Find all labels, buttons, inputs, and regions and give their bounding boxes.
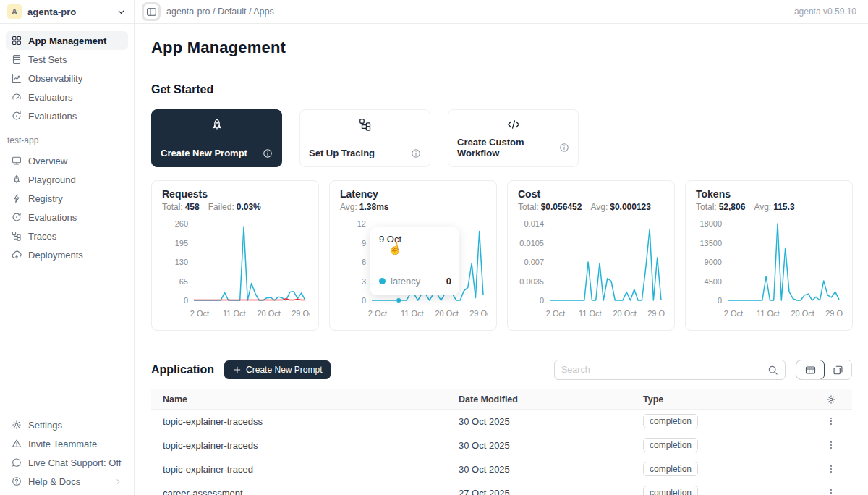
monitor-icon xyxy=(12,156,22,166)
chart-stat: Failed:0.03% xyxy=(208,202,261,212)
row-actions-cell xyxy=(809,416,852,426)
lightning-icon xyxy=(12,193,22,203)
svg-text:0: 0 xyxy=(362,296,366,305)
chart-stat: Total:$0.056452 xyxy=(518,202,582,212)
sidebar-app-item-deployments[interactable]: Deployments xyxy=(6,245,128,264)
type-badge: completion xyxy=(643,414,698,428)
tokens-chart[interactable]: 04500900013500180002 Oct11 Oct20 Oct29 O… xyxy=(696,213,843,323)
svg-text:29 Oct: 29 Oct xyxy=(825,309,843,318)
svg-text:20 Oct: 20 Oct xyxy=(435,309,458,318)
sidebar-collapse-icon xyxy=(146,7,157,17)
svg-text:2 Oct: 2 Oct xyxy=(724,309,743,318)
svg-text:20 Oct: 20 Oct xyxy=(791,309,814,318)
sidebar-item-label: App Management xyxy=(28,35,106,46)
app-name-cell: topic-explainer-traceds xyxy=(151,440,447,451)
chart-title: Tokens xyxy=(696,188,842,200)
svg-text:3: 3 xyxy=(362,277,366,286)
sidebar-app-nav: OverviewPlaygroundRegistryEvaluationsTra… xyxy=(0,151,134,264)
row-menu-button[interactable] xyxy=(826,488,836,495)
chart-stat: Avg:1.38ms xyxy=(340,202,389,212)
date-modified-cell: 30 Oct 2025 xyxy=(447,416,631,427)
info-icon[interactable] xyxy=(559,143,569,153)
sidebar-app-item-playground[interactable]: Playground xyxy=(6,170,128,189)
type-cell: completion xyxy=(631,462,809,476)
table-row[interactable]: topic-explainer-traced30 Oct 2025complet… xyxy=(151,457,852,481)
observability-icon xyxy=(12,73,22,83)
svg-text:260: 260 xyxy=(175,219,188,228)
rocket-icon xyxy=(161,118,273,131)
app-name-cell: career-assessment xyxy=(151,488,447,495)
table-row[interactable]: topic-explainer-tracedss30 Oct 2025compl… xyxy=(151,410,852,433)
tooltip-value: 0 xyxy=(446,276,451,287)
row-menu-button[interactable] xyxy=(826,416,836,426)
svg-text:195: 195 xyxy=(175,239,188,248)
create-custom-workflow-card[interactable]: Create Custom Workflow xyxy=(448,109,579,167)
svg-text:12: 12 xyxy=(357,219,366,228)
cost-chart[interactable]: 00.00350.0070.01050.0142 Oct11 Oct20 Oct… xyxy=(518,213,665,323)
sidebar: A agenta-pro App ManagementTest SetsObse… xyxy=(0,0,135,495)
chart-stats: Total:52,806Avg:115.3 xyxy=(696,202,842,212)
get-started-title: Get Started xyxy=(151,83,852,96)
sidebar-footer-item-live-chat-support-off[interactable]: Live Chat Support: Off xyxy=(6,453,128,472)
table-row[interactable]: career-assessment27 Oct 2025completion xyxy=(151,481,852,495)
metric-chart-cards: RequestsTotal:458Failed:0.03%06513019526… xyxy=(151,180,852,331)
create-new-prompt-button[interactable]: Create New Prompt xyxy=(224,360,331,379)
sidebar-footer-item-invite-teammate[interactable]: Invite Teammate xyxy=(6,434,128,453)
sidebar-item-label: Test Sets xyxy=(28,54,67,65)
sidebar-item-app-management[interactable]: App Management xyxy=(6,31,128,50)
sidebar-app-item-overview[interactable]: Overview xyxy=(6,151,128,170)
info-icon[interactable] xyxy=(263,148,273,158)
row-menu-button[interactable] xyxy=(826,440,836,450)
table-row[interactable]: topic-explainer-traceds30 Oct 2025comple… xyxy=(151,433,852,457)
svg-text:6: 6 xyxy=(362,258,366,266)
gauge-icon xyxy=(12,92,22,102)
sidebar-item-label: Invite Teammate xyxy=(28,439,97,449)
sidebar-item-observability[interactable]: Observability xyxy=(6,69,128,88)
row-actions-cell xyxy=(809,488,852,495)
card-label: Create New Prompt xyxy=(161,148,247,158)
gear-icon xyxy=(12,420,22,430)
sidebar-item-evaluations[interactable]: Evaluations xyxy=(6,106,128,125)
card-view-button[interactable] xyxy=(824,360,851,379)
table-settings-cell xyxy=(809,394,852,405)
applications-table: NameDate ModifiedType topic-explainer-tr… xyxy=(151,389,852,495)
table-view-button[interactable] xyxy=(796,360,825,380)
create-new-prompt-label: Create New Prompt xyxy=(246,365,322,375)
search-input[interactable] xyxy=(561,365,763,375)
set-up-tracing-card[interactable]: Set Up Tracing xyxy=(299,109,430,167)
topbar: agenta-pro / Default / Apps agenta v0.59… xyxy=(135,0,868,24)
svg-text:11 Oct: 11 Oct xyxy=(401,309,424,318)
breadcrumb[interactable]: agenta-pro / Default / Apps xyxy=(166,7,274,17)
sidebar-app-item-evaluations[interactable]: Evaluations xyxy=(6,208,128,227)
create-new-prompt-card[interactable]: Create New Prompt xyxy=(151,109,282,167)
chevron-right-icon xyxy=(114,478,122,486)
info-icon[interactable] xyxy=(411,148,421,158)
chart-tooltip: 9 Octlatency0 xyxy=(370,227,459,295)
cycle-icon xyxy=(12,111,22,121)
table-settings-button[interactable] xyxy=(826,394,836,405)
svg-text:2 Oct: 2 Oct xyxy=(546,309,565,318)
app-root: A agenta-pro App ManagementTest SetsObse… xyxy=(0,0,868,495)
sidebar-toggle-button[interactable] xyxy=(142,2,161,21)
chevron-down-icon xyxy=(116,7,127,17)
search-icon[interactable] xyxy=(767,365,778,376)
svg-text:11 Oct: 11 Oct xyxy=(757,309,780,318)
sidebar-item-test-sets[interactable]: Test Sets xyxy=(6,50,128,69)
chart-title: Latency xyxy=(340,188,486,200)
workspace-selector[interactable]: A agenta-pro xyxy=(0,0,134,24)
row-actions-cell xyxy=(809,440,852,450)
row-menu-button[interactable] xyxy=(826,464,836,474)
app-name-cell: topic-explainer-tracedss xyxy=(151,416,447,427)
sidebar-item-evaluators[interactable]: Evaluators xyxy=(6,88,128,106)
svg-text:29 Oct: 29 Oct xyxy=(647,309,665,318)
sidebar-item-label: Evaluations xyxy=(28,212,77,223)
sidebar-app-item-registry[interactable]: Registry xyxy=(6,189,128,208)
cost-chart-card: CostTotal:$0.056452Avg:$0.00012300.00350… xyxy=(507,180,675,331)
sidebar-footer-item-settings[interactable]: Settings xyxy=(6,415,128,434)
requests-chart[interactable]: 0651301952602 Oct11 Oct20 Oct29 Oct xyxy=(162,213,310,323)
sidebar-footer-item-help-docs[interactable]: Help & Docs xyxy=(6,472,128,491)
dots-vertical-icon xyxy=(826,488,836,495)
sidebar-item-label: Registry xyxy=(28,193,63,204)
trace-icon xyxy=(309,118,421,131)
sidebar-app-item-traces[interactable]: Traces xyxy=(6,227,128,245)
